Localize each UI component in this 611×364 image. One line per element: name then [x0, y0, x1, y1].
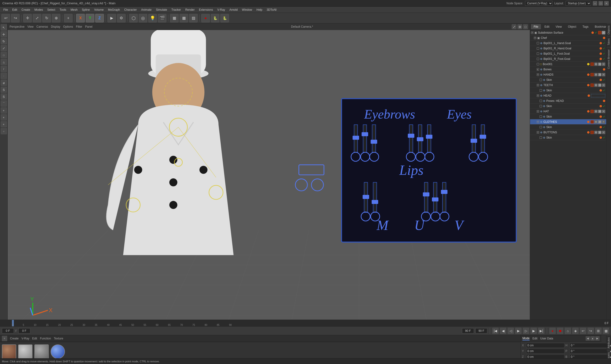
attr-tab-mode[interactable]: Mode	[522, 337, 530, 340]
tag-box-3[interactable]: ◉	[598, 63, 601, 66]
menu-tracker[interactable]: Tracker	[170, 8, 183, 12]
attr-tab-edit[interactable]: Edit	[532, 337, 537, 340]
coord-input-p-pos[interactable]	[570, 349, 608, 353]
expand-lfoot[interactable]	[537, 52, 539, 55]
close-button[interactable]: ×	[604, 1, 609, 5]
menu-select[interactable]: Select	[45, 8, 57, 12]
rs-tab-objects[interactable]: Objects	[607, 23, 611, 36]
vp-grid[interactable]: ⊞	[517, 24, 522, 29]
key-sel-button[interactable]: ◈	[572, 328, 579, 334]
obj-hat[interactable]: ▼ ⊕ HAT ▦ ◉ ●	[530, 109, 606, 114]
tag-box-4[interactable]: ●	[602, 63, 605, 66]
settings-button[interactable]: ⚙	[117, 14, 126, 22]
expand-rhand[interactable]	[537, 47, 539, 50]
transform-tool[interactable]: ⊕	[52, 14, 60, 22]
lt-rotate[interactable]: ↻	[1, 38, 7, 44]
coord-input-x-pos[interactable]	[526, 343, 564, 348]
tag-box-2[interactable]: ▦	[594, 63, 598, 66]
obj-head[interactable]: ▼ ⊕ HEAD	[530, 93, 606, 98]
rotate-tool[interactable]: ↻	[42, 14, 51, 22]
tag-teeth-2[interactable]: ▦	[594, 83, 598, 87]
rotate-x[interactable]: X	[76, 14, 85, 22]
obj-hat-skin[interactable]: ⊕ Skin ✓	[530, 114, 606, 119]
lt-object[interactable]: □	[1, 52, 7, 58]
obj-buttons-skin[interactable]: ⊕ Skin ✓	[530, 135, 606, 140]
lt-layer3[interactable]: ≡	[1, 121, 7, 127]
menu-extensions[interactable]: Extensions	[197, 8, 215, 12]
tag-hands-3[interactable]: ◉	[598, 73, 601, 76]
tag-checker[interactable]: ▦	[602, 31, 605, 34]
obj-chef[interactable]: ▼ ▣ Chef	[530, 35, 606, 40]
menu-mesh[interactable]: Mesh	[68, 8, 79, 12]
viewport-menu-cameras[interactable]: Cameras	[37, 25, 48, 28]
menu-3dtoall[interactable]: 3DToAll	[265, 8, 278, 12]
expand-hat[interactable]: ▼	[537, 110, 539, 113]
rs-tab-assets[interactable]: Content Browser	[607, 47, 611, 71]
end-frame-input[interactable]	[475, 328, 487, 334]
next-key-button[interactable]: ▷	[523, 328, 529, 334]
coord-input-h-pos[interactable]	[570, 343, 608, 348]
expand-buttons[interactable]: ▼	[537, 131, 539, 134]
viewport-menu-filter[interactable]: Filter	[76, 25, 82, 28]
redo-button[interactable]: ↪	[11, 14, 20, 22]
max-frame-input[interactable]	[462, 328, 474, 334]
tag-buttons-1[interactable]	[590, 131, 594, 134]
obj-head-skin[interactable]: ⊕ Skin ✓	[530, 104, 606, 109]
layout-dropdown[interactable]: Startup (User)	[566, 1, 591, 6]
node-space-dropdown[interactable]: Current (V-Ray)	[525, 1, 553, 6]
start-frame-input[interactable]	[2, 328, 14, 334]
key-all-button[interactable]: ⌂	[565, 328, 571, 334]
add-object[interactable]: +	[64, 14, 73, 22]
obj-clothes-skin[interactable]: ⊕ Skin ✓	[530, 125, 606, 130]
obj-hands[interactable]: ▼ ⊕ HANDS ▦ ◉ ●	[530, 72, 606, 77]
tag-buttons-4[interactable]: ●	[602, 131, 605, 134]
expand-icon[interactable]: ▼	[531, 31, 533, 34]
lt-bend[interactable]: ⌒	[1, 100, 7, 107]
menu-vray[interactable]: V-Ray	[215, 8, 227, 12]
viewport-menu-display[interactable]: Display	[51, 25, 60, 28]
vray-btn-2[interactable]: 🐍	[211, 14, 219, 22]
expand-poses-head[interactable]	[540, 100, 542, 102]
prev-key-button[interactable]: ◁	[508, 328, 514, 334]
tag-clothes-1[interactable]	[590, 120, 594, 124]
lt-paint[interactable]: S	[1, 87, 7, 93]
lt-polygon[interactable]: △	[1, 59, 7, 65]
lt-move[interactable]: ✛	[1, 31, 7, 38]
display-mode-3[interactable]: ▨	[189, 14, 198, 22]
rs-tab-takes[interactable]: Takes	[607, 36, 611, 47]
lt-sculpt[interactable]: S	[1, 93, 7, 100]
tag-hat-3[interactable]: ◉	[598, 110, 601, 113]
rs-tab-attributes[interactable]: Attributes	[607, 335, 611, 350]
lt-layer[interactable]: ≡	[1, 107, 7, 114]
tag-hat-2[interactable]: ▦	[594, 110, 598, 113]
expand-clothes[interactable]: ▼	[537, 121, 539, 123]
lt-brush[interactable]: ⌀	[1, 80, 7, 86]
menu-arnold[interactable]: Arnold	[228, 8, 240, 12]
mat-vray-label[interactable]: V-Ray	[22, 337, 29, 340]
menu-character[interactable]: Character	[122, 8, 139, 12]
tag-hands-4[interactable]: ●	[602, 73, 605, 76]
mat-texture-label[interactable]: Texture	[54, 337, 63, 340]
obj-buttons[interactable]: ▼ ⊕ BUTTONS ▦ ◉ ●	[530, 130, 606, 135]
vp-layout[interactable]: □	[523, 24, 528, 29]
obj-box001[interactable]: □ Box001 ▦ ◉ ●	[530, 62, 606, 67]
menu-volume[interactable]: Volume	[92, 8, 106, 12]
prev-frame-button[interactable]: ◀	[500, 328, 506, 334]
record-button[interactable]: ●	[549, 328, 556, 334]
tag-hands-1[interactable]	[590, 73, 594, 76]
object-mode[interactable]: ⬡	[129, 14, 138, 22]
play-button[interactable]: ▶	[515, 328, 521, 334]
rp-tab-edit[interactable]: Edit	[542, 24, 552, 29]
tag-teeth-1[interactable]	[590, 83, 594, 87]
viewport-menu-panel[interactable]: Panel	[85, 25, 93, 28]
expand-head[interactable]: ▼	[537, 94, 539, 97]
go-end-button[interactable]: ▶|	[538, 328, 544, 334]
display-mode-2[interactable]: ▩	[179, 14, 188, 22]
obj-clothes[interactable]: ▼ ⊕ CLOTHES ▦ ◉ ●	[530, 119, 606, 125]
tag-hat-4[interactable]: ●	[602, 110, 605, 113]
tag-teeth-4[interactable]: ●	[602, 83, 605, 87]
expand-teeth[interactable]: ▼	[537, 84, 539, 86]
timeline-btn-2[interactable]: ↪	[588, 328, 594, 334]
next-frame-button[interactable]: ▶	[530, 328, 537, 334]
lt-layer2[interactable]: ≡	[1, 114, 7, 120]
